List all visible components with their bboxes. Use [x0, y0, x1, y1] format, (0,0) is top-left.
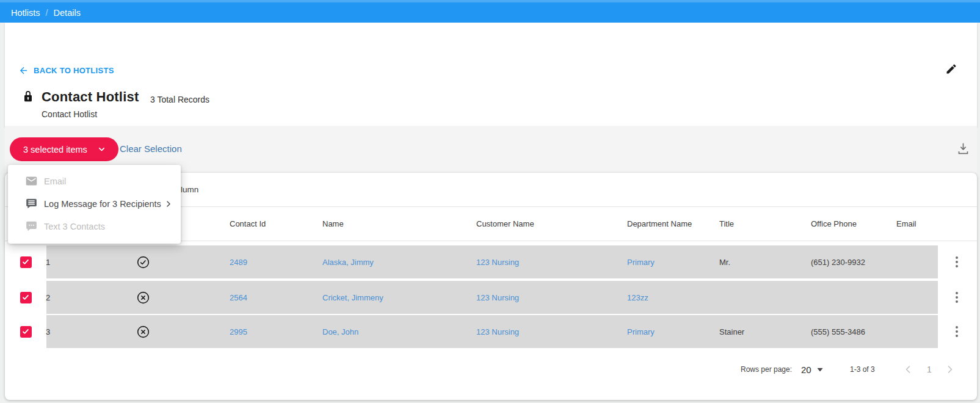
table-footer: Rows per page: 20 1-3 of 3 1: [5, 354, 977, 385]
hotlist-header-card: BACK TO HOTLISTS Contact Hotlist 3 Total…: [5, 23, 977, 126]
office-phone-cell: (651) 230-9932: [811, 245, 865, 278]
top-nav-bar: Hotlists / Details: [0, 0, 980, 23]
rows-per-page-value: 20: [801, 365, 811, 375]
checkbox-cell: [5, 281, 46, 314]
checkmark-icon: [21, 258, 30, 266]
row-checkbox[interactable]: [20, 256, 32, 268]
menu-item-email[interactable]: Email: [8, 170, 181, 192]
status-x-circle-icon: [136, 281, 150, 314]
checkmark-icon: [21, 327, 30, 336]
submenu-chevron-right-icon: [164, 199, 173, 209]
column-header-name[interactable]: Name: [322, 207, 344, 241]
sms-icon: [25, 220, 38, 233]
table-row: 3 2995 Doe, John 123 Nursing Primary Sta…: [5, 315, 977, 348]
table-row: 1 2489 Alaska, Jimmy 123 Nursing Primary…: [5, 245, 977, 278]
status-check-circle-icon: [136, 245, 150, 278]
row-checkbox[interactable]: [20, 292, 32, 303]
row-actions-button[interactable]: [938, 245, 976, 278]
breadcrumb-details: Details: [54, 8, 81, 18]
contact-name-link[interactable]: Cricket, Jimmeny: [322, 281, 383, 314]
column-header-title[interactable]: Title: [719, 207, 734, 241]
menu-item-label: Log Message for 3 Recipients: [44, 199, 161, 209]
log-message-icon: [25, 197, 38, 210]
row-actions-button[interactable]: [938, 281, 976, 314]
total-records-label: 3 Total Records: [150, 95, 209, 104]
contact-id-link[interactable]: 2489: [230, 245, 247, 278]
kebab-icon: [956, 326, 958, 337]
customer-name-link[interactable]: 123 Nursing: [476, 245, 519, 278]
pagination-range-label: 1-3 of 3: [850, 365, 875, 374]
email-icon: [25, 175, 38, 187]
edit-button[interactable]: [945, 63, 960, 78]
chevron-down-icon: [97, 145, 106, 154]
contact-id-link[interactable]: 2564: [230, 281, 247, 314]
checkbox-cell: [5, 315, 46, 348]
checkbox-cell: [5, 245, 46, 278]
back-arrow-icon: [18, 65, 29, 76]
contact-name-link[interactable]: Alaska, Jimmy: [322, 245, 374, 278]
row-number: 2: [46, 281, 50, 314]
actions-dropdown-menu: Email Log Message for 3 Recipients Text …: [8, 165, 181, 244]
lock-icon: [23, 90, 34, 103]
column-header-customer-name[interactable]: Customer Name: [476, 207, 534, 241]
kebab-icon: [956, 292, 958, 303]
page-title: Contact Hotlist: [42, 89, 139, 105]
table-row: 2 2564 Cricket, Jimmeny 123 Nursing 123z…: [5, 281, 977, 314]
dropdown-triangle-icon: [817, 368, 823, 371]
row-number: 3: [46, 315, 50, 348]
chevron-left-icon: [902, 363, 914, 376]
menu-item-label: Text 3 Contacts: [44, 222, 105, 231]
column-control-label-fragment[interactable]: lumn: [181, 173, 198, 206]
checkmark-icon: [21, 293, 30, 302]
title-cell: Mr.: [719, 245, 730, 278]
column-header-office-phone[interactable]: Office Phone: [811, 207, 857, 241]
download-button[interactable]: [956, 142, 971, 156]
department-name-link[interactable]: 123zz: [627, 281, 648, 314]
rows-per-page-select[interactable]: 20: [801, 365, 823, 375]
row-actions-button[interactable]: [938, 315, 976, 348]
menu-item-text-contacts[interactable]: Text 3 Contacts: [8, 215, 181, 238]
pencil-icon: [945, 63, 957, 75]
chevron-right-icon: [944, 363, 956, 376]
back-link-label: BACK TO HOTLISTS: [34, 66, 114, 75]
row-checkbox[interactable]: [20, 326, 32, 338]
back-to-hotlists-link[interactable]: BACK TO HOTLISTS: [18, 65, 114, 76]
next-page-button[interactable]: [943, 362, 957, 377]
department-name-link[interactable]: Primary: [627, 315, 655, 348]
clear-selection-link[interactable]: Clear Selection: [120, 143, 182, 154]
download-icon: [956, 142, 970, 156]
department-name-link[interactable]: Primary: [627, 245, 655, 278]
contact-name-link[interactable]: Doe, John: [322, 315, 358, 348]
current-page-number[interactable]: 1: [922, 362, 937, 377]
previous-page-button[interactable]: [901, 362, 915, 377]
breadcrumb-separator: /: [46, 8, 48, 18]
customer-name-link[interactable]: 123 Nursing: [476, 315, 519, 348]
breadcrumb-hotlists[interactable]: Hotlists: [11, 8, 40, 18]
menu-item-label: Email: [44, 176, 66, 186]
contact-id-link[interactable]: 2995: [230, 315, 247, 348]
column-header-contact-id[interactable]: Contact Id: [230, 207, 266, 241]
title-cell: Stainer: [719, 315, 744, 348]
rows-per-page-label: Rows per page:: [741, 365, 792, 374]
office-phone-cell: (555) 555-3486: [811, 315, 865, 348]
customer-name-link[interactable]: 123 Nursing: [476, 281, 519, 314]
column-header-department-name[interactable]: Department Name: [627, 207, 692, 241]
row-number: 1: [46, 245, 50, 278]
hotlist-details-page: Hotlists / Details BACK TO HOTLISTS Cont…: [0, 0, 980, 403]
selected-items-label: 3 selected items: [23, 145, 87, 154]
column-header-email[interactable]: Email: [896, 207, 916, 241]
menu-item-log-message[interactable]: Log Message for 3 Recipients: [8, 192, 181, 215]
selected-items-button[interactable]: 3 selected items: [10, 137, 118, 161]
status-x-circle-icon: [136, 315, 150, 348]
hotlist-subtitle: Contact Hotlist: [42, 109, 97, 119]
kebab-icon: [956, 256, 958, 267]
